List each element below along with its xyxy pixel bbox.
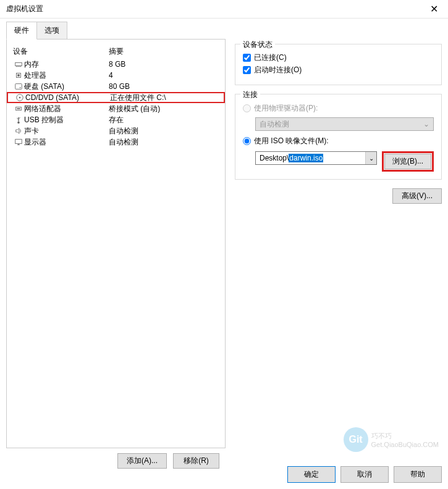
tabs: 硬件 选项 [6, 22, 448, 40]
list-header: 设备 摘要 [7, 44, 225, 59]
svg-point-11 [19, 97, 21, 99]
device-summary: 8 GB [109, 60, 219, 69]
device-list-panel: 设备 摘要 内存 8 GB 处理器 4 硬盘 (SA [6, 39, 226, 448]
device-summary: 80 GB [109, 82, 219, 91]
device-row-display[interactable]: 显示器 自动检测 [7, 136, 225, 148]
svg-point-14 [17, 122, 20, 124]
network-icon [13, 104, 24, 113]
left-buttons: 添加(A)... 移除(R) [6, 448, 226, 469]
cd-icon [14, 93, 25, 102]
physical-radio [243, 104, 251, 112]
usb-icon [13, 115, 24, 124]
device-name: 硬盘 (SATA) [24, 82, 109, 92]
remove-button[interactable]: 移除(R) [173, 453, 219, 469]
ok-button[interactable]: 确定 [287, 466, 336, 483]
device-status-title: 设备状态 [240, 40, 275, 50]
device-name: 处理器 [24, 70, 109, 81]
svg-rect-8 [15, 84, 22, 90]
connection-title: 连接 [240, 90, 260, 100]
connected-checkbox[interactable] [243, 54, 251, 62]
device-row-cddvd[interactable]: CD/DVD (SATA) 正在使用文件 C:\ [7, 92, 225, 103]
svg-rect-18 [15, 140, 22, 144]
browse-highlight: 浏览(B)... [382, 151, 434, 172]
footer: 确定 取消 帮助 [287, 466, 442, 483]
right-panel: 设备状态 已连接(C) 启动时连接(O) 连接 使用物理驱动器(P): 自动检测… [235, 39, 442, 469]
add-button[interactable]: 添加(A)... [117, 453, 167, 469]
svg-rect-13 [17, 108, 20, 109]
chevron-down-icon: ⌄ [423, 120, 429, 128]
physical-radio-row: 使用物理驱动器(P): [243, 103, 434, 114]
close-icon: ✕ [430, 3, 438, 15]
memory-icon [13, 60, 24, 69]
device-summary: 正在使用文件 C:\ [110, 93, 218, 103]
svg-point-9 [20, 87, 21, 88]
iso-radio[interactable] [243, 137, 251, 145]
device-row-memory[interactable]: 内存 8 GB [7, 59, 225, 70]
iso-label: 使用 ISO 映像文件(M): [254, 136, 329, 146]
device-name: 内存 [24, 59, 109, 70]
device-status-group: 设备状态 已连接(C) 启动时连接(O) [235, 44, 442, 85]
content: 设备 摘要 内存 8 GB 处理器 4 硬盘 (SA [0, 39, 448, 475]
watermark-text: 巧不巧 Get.QiaoBuQiao.COM [371, 432, 439, 448]
device-list: 设备 摘要 内存 8 GB 处理器 4 硬盘 (SA [7, 44, 225, 443]
device-name: 网络适配器 [24, 104, 109, 114]
connection-group: 连接 使用物理驱动器(P): 自动检测 ⌄ 使用 ISO 映像文件(M): De… [235, 94, 442, 180]
power-on-checkbox[interactable] [243, 66, 251, 74]
disk-icon [13, 82, 24, 91]
left-column: 设备 摘要 内存 8 GB 处理器 4 硬盘 (SA [6, 39, 226, 469]
connected-checkbox-row: 已连接(C) [243, 52, 434, 63]
watermark: Git 巧不巧 Get.QiaoBuQiao.COM [344, 427, 439, 452]
device-row-cpu[interactable]: 处理器 4 [7, 70, 225, 81]
advanced-row: 高级(V)... [235, 188, 442, 204]
close-button[interactable]: ✕ [420, 0, 448, 19]
help-button[interactable]: 帮助 [394, 466, 442, 483]
iso-radio-row: 使用 ISO 映像文件(M): [243, 136, 434, 146]
device-name: 声卡 [24, 126, 109, 136]
advanced-button[interactable]: 高级(V)... [392, 188, 442, 204]
sound-icon [13, 127, 24, 135]
device-row-usb[interactable]: USB 控制器 存在 [7, 114, 225, 125]
tab-hardware[interactable]: 硬件 [6, 22, 37, 40]
iso-combo[interactable]: Desktop\darwin.iso ⌄ [255, 151, 377, 165]
power-on-label: 启动时连接(O) [254, 65, 302, 75]
auto-detect-text: 自动检测 [260, 119, 289, 130]
physical-label: 使用物理驱动器(P): [254, 103, 318, 114]
iso-row: Desktop\darwin.iso ⌄ 浏览(B)... [255, 151, 434, 172]
device-row-sound[interactable]: 声卡 自动检测 [7, 125, 225, 136]
display-icon [13, 138, 24, 146]
device-summary: 4 [109, 71, 219, 80]
device-summary: 桥接模式 (自动) [109, 104, 219, 114]
cancel-button[interactable]: 取消 [340, 466, 389, 483]
browse-button[interactable]: 浏览(B)... [384, 154, 431, 169]
connected-label: 已连接(C) [254, 52, 287, 63]
tab-options[interactable]: 选项 [36, 22, 67, 40]
chevron-down-icon[interactable]: ⌄ [365, 152, 376, 164]
svg-rect-0 [15, 62, 22, 65]
device-summary: 自动检测 [109, 126, 219, 136]
device-row-disk[interactable]: 硬盘 (SATA) 80 GB [7, 81, 225, 92]
svg-rect-7 [17, 74, 20, 77]
physical-dropdown: 自动检测 ⌄ [255, 117, 434, 131]
device-name: USB 控制器 [24, 115, 109, 125]
physical-indent: 自动检测 ⌄ [255, 117, 434, 131]
titlebar: 虚拟机设置 ✕ [0, 0, 448, 19]
header-summary: 摘要 [109, 46, 219, 57]
device-name: 显示器 [24, 137, 109, 148]
device-row-network[interactable]: 网络适配器 桥接模式 (自动) [7, 103, 225, 114]
device-summary: 自动检测 [109, 137, 219, 148]
header-device: 设备 [13, 46, 109, 57]
device-name: CD/DVD (SATA) [25, 93, 110, 102]
watermark-badge: Git [344, 427, 368, 452]
cpu-icon [13, 71, 24, 80]
device-summary: 存在 [109, 115, 219, 125]
window-title: 虚拟机设置 [6, 4, 43, 14]
iso-path: Desktop\darwin.iso [256, 154, 365, 162]
poweron-checkbox-row: 启动时连接(O) [243, 65, 434, 75]
